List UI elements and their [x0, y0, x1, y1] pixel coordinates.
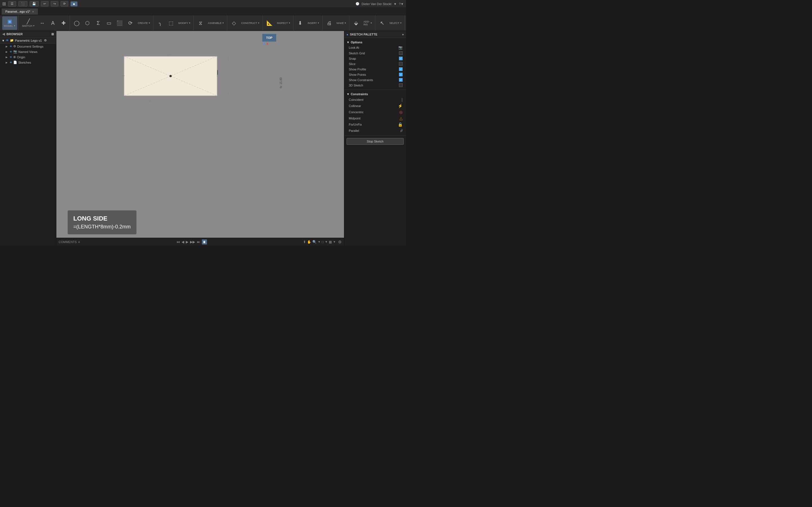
history-btn[interactable]: ⟳	[61, 1, 68, 6]
top-view-btn[interactable]: TOP	[262, 34, 276, 42]
show-points-label: Show Points	[349, 73, 366, 76]
username: Dieter Van Der Stockt	[362, 2, 392, 6]
named-views-eye: 👁	[10, 50, 12, 53]
undo-btn[interactable]: ↩	[41, 1, 49, 6]
help-btn[interactable]: ?▼	[399, 2, 404, 6]
coincident-row[interactable]: Coincident |	[344, 97, 406, 103]
sketch-line-btn[interactable]: ╱SKETCH ▼	[20, 16, 36, 30]
tree-item-origin[interactable]: ▶ 👁 ⊕ Origin	[0, 54, 56, 60]
3d-sketch-checkbox[interactable]	[399, 83, 403, 87]
create-circle-btn[interactable]: ◯	[71, 16, 82, 30]
create-sum-btn[interactable]: Σ	[93, 16, 103, 30]
app-grid-icon[interactable]: ⊞	[2, 1, 6, 6]
active-tab[interactable]: Paramet...ego v1* ✕	[2, 8, 38, 15]
collinear-row[interactable]: Collinear ⚡	[344, 103, 406, 109]
nav-display-btn[interactable]: □	[322, 240, 324, 244]
sketch-text-btn[interactable]: A	[48, 16, 58, 30]
constraints-section: ▼ Constraints Coincident | Collinear ⚡ C…	[344, 90, 406, 136]
modify-dropdown-btn[interactable]: MODIFY ▼	[176, 16, 192, 30]
browser-expand-btn[interactable]: ⊞	[51, 33, 54, 36]
tree-item-sketches[interactable]: ▶ 👁 📄 Sketches	[0, 60, 56, 65]
modify-fillet-btn[interactable]: ╮	[155, 16, 165, 30]
playback-play-btn[interactable]: ▶	[186, 240, 188, 244]
show-constraints-label: Show Constraints	[349, 78, 373, 82]
slice-checkbox[interactable]	[399, 62, 403, 66]
toolbar: ▣ MODEL ▼ ╱SKETCH ▼ ↔ A ✚ ◯ ⬡ Σ ▭ ⬛ ⟳ CR…	[0, 15, 406, 31]
nav-grid-btn[interactable]: ▦	[329, 240, 332, 244]
parallel-row[interactable]: Parallel //	[344, 128, 406, 134]
options-section-header[interactable]: ▼ Options	[344, 40, 406, 45]
nav-grid-dropdown[interactable]: ▼	[333, 240, 336, 243]
concentric-row[interactable]: Concentric ◎	[344, 109, 406, 115]
palette-expand-btn[interactable]: »	[402, 33, 404, 36]
inspect-group: 📐 INSPECT ▼	[263, 15, 294, 31]
create-revolve-btn[interactable]: ⟳	[125, 16, 135, 30]
tabbar: Paramet...ego v1* ✕	[0, 8, 406, 15]
nav-display-dropdown[interactable]: ▼	[325, 240, 327, 243]
comments-label[interactable]: COMMENTS	[59, 240, 77, 244]
sketch-grid-checkbox[interactable]	[399, 51, 403, 55]
create-polygon-btn[interactable]: ⬡	[82, 16, 93, 30]
nav-zoom-btn[interactable]: 🔍	[312, 240, 317, 244]
insert-btn[interactable]: ⬇	[295, 16, 305, 30]
inspect-measure-btn[interactable]: 📐	[264, 16, 274, 30]
sketch-mirror-btn[interactable]: ↔	[37, 16, 47, 30]
show-points-row: Show Points ✓	[344, 72, 406, 77]
playback-next-btn[interactable]: ▶▶	[190, 240, 195, 244]
solid-btn[interactable]: ■	[70, 1, 78, 6]
redo-btn[interactable]: ↪	[51, 1, 58, 6]
construct-plane-btn[interactable]: ◇	[229, 16, 239, 30]
assemble-joint-btn[interactable]: ⧖	[195, 16, 206, 30]
root-arrow: ▼	[2, 39, 5, 42]
user-arrow[interactable]: ▼	[394, 2, 397, 6]
history-icon[interactable]: 🕐	[356, 2, 359, 6]
make-btn[interactable]: 🖨	[324, 16, 335, 30]
tab-close[interactable]: ✕	[32, 10, 34, 13]
select-btn[interactable]: ↖	[377, 16, 387, 30]
show-constraints-checkbox[interactable]: ✓	[399, 78, 403, 82]
select-dropdown-btn[interactable]: SELECT ▼	[388, 16, 403, 30]
vertical-dimension: fx: 15.80	[280, 77, 283, 88]
show-points-checkbox[interactable]: ✓	[399, 73, 403, 76]
playback-prev-btn[interactable]: ◀	[182, 240, 184, 244]
modify-offset-btn[interactable]: ⬚	[166, 16, 176, 30]
construct-dropdown-btn[interactable]: CONSTRUCT ▼	[240, 16, 261, 30]
sketch-measure-btn[interactable]: ✚	[58, 16, 68, 30]
stop-sketch-btn[interactable]: Stop Sketch	[347, 138, 404, 145]
fix-unfix-row[interactable]: Fix/UnFix 🔒	[344, 121, 406, 128]
tree-item-named-views[interactable]: ▶ 👁 📷 Named Views	[0, 49, 56, 54]
midpoint-row[interactable]: Midpoint △	[344, 115, 406, 121]
concentric-icon: ◎	[399, 110, 403, 114]
playback-first-btn[interactable]: ⏮	[176, 240, 180, 244]
show-profile-checkbox[interactable]: ✓	[399, 67, 403, 71]
create-dropdown-btn[interactable]: CREATE ▼	[136, 16, 152, 30]
browser-collapse-btn[interactable]: ◀	[2, 32, 5, 36]
root-settings[interactable]: ⚙	[44, 39, 47, 42]
addins-dropdown-btn[interactable]: ADD-INS ▼	[362, 16, 374, 30]
inspect-dropdown-btn[interactable]: INSPECT ▼	[275, 16, 292, 30]
new-btn[interactable]: ⬛	[18, 1, 28, 6]
canvas[interactable]: LENGTH d12 : 36.866667 mm ✦ ≫ ≫ ⊟	[56, 31, 344, 245]
tree-root[interactable]: ▼ 👁 📁 Parametric Lego v1 ⚙	[0, 38, 56, 44]
timeline-thumb[interactable]: 📋	[202, 239, 207, 244]
create-extrude-btn[interactable]: ⬛	[114, 16, 124, 30]
nav-zoom-dropdown[interactable]: ▼	[318, 240, 320, 243]
snap-checkbox[interactable]: ✓	[399, 57, 403, 60]
constraints-section-header[interactable]: ▼ Constraints	[344, 92, 406, 97]
tree-item-document-settings[interactable]: ▶ 👁 ⚙ Document Settings	[0, 44, 56, 49]
assemble-dropdown-btn[interactable]: ASSEMBLE ▼	[206, 16, 225, 30]
parallel-label: Parallel	[349, 129, 359, 132]
save-btn[interactable]: 💾	[30, 1, 39, 6]
addins-btn[interactable]: ⬙	[351, 16, 361, 30]
nav-pan-btn[interactable]: ✋	[307, 240, 311, 244]
hamburger-btn[interactable]: ☰	[8, 1, 16, 6]
look-at-btn[interactable]: 📷	[398, 46, 403, 50]
create-rect-btn[interactable]: ▭	[104, 16, 114, 30]
model-btn[interactable]: ▣ MODEL ▼	[2, 16, 17, 30]
comments-add-btn[interactable]: +	[78, 240, 80, 244]
make-dropdown-btn[interactable]: MAKE ▼	[335, 16, 348, 30]
nav-orbit-btn[interactable]: ⬆	[303, 240, 306, 244]
playback-last-btn[interactable]: ⏭	[197, 240, 200, 244]
canvas-settings-btn[interactable]: ⚙	[338, 240, 342, 244]
insert-dropdown-btn[interactable]: INSERT ▼	[306, 16, 321, 30]
